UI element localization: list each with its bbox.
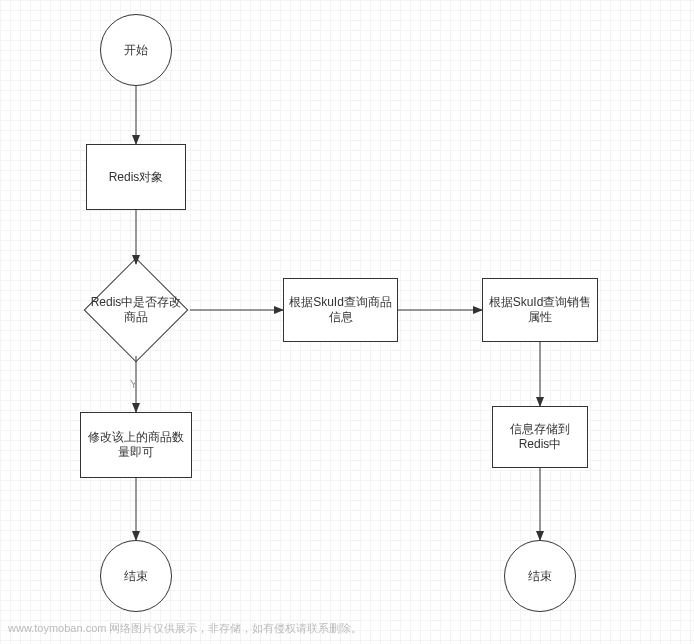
start-label: 开始: [124, 43, 148, 58]
branch-label-yes: Y: [130, 378, 137, 390]
end-right-node: 结束: [504, 540, 576, 612]
query-product-node: 根据SkuId查询商品信息: [283, 278, 398, 342]
redis-obj-node: Redis对象: [86, 144, 186, 210]
end-right-label: 结束: [528, 569, 552, 584]
flowchart-canvas: 开始 Redis对象 Redis中是否存改商品 Y 修改该上的商品数量即可 根据…: [0, 0, 694, 644]
modify-qty-label: 修改该上的商品数量即可: [85, 430, 187, 460]
query-attr-label: 根据SkuId查询销售属性: [487, 295, 593, 325]
end-left-node: 结束: [100, 540, 172, 612]
query-attr-node: 根据SkuId查询销售属性: [482, 278, 598, 342]
footer-watermark: www.toymoban.com 网络图片仅供展示，非存储，如有侵权请联系删除。: [8, 621, 362, 636]
query-product-label: 根据SkuId查询商品信息: [288, 295, 393, 325]
store-redis-label: 信息存储到Redis中: [497, 422, 583, 452]
decision-label: Redis中是否存改商品: [86, 295, 186, 325]
store-redis-node: 信息存储到Redis中: [492, 406, 588, 468]
decision-node: Redis中是否存改商品: [80, 264, 192, 356]
redis-obj-label: Redis对象: [109, 170, 164, 185]
end-left-label: 结束: [124, 569, 148, 584]
start-node: 开始: [100, 14, 172, 86]
modify-qty-node: 修改该上的商品数量即可: [80, 412, 192, 478]
